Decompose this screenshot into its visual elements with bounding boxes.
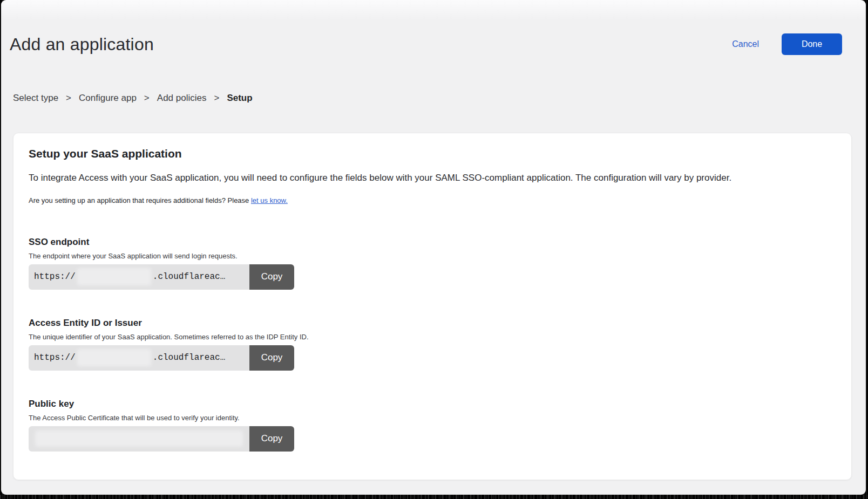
public-key-copy-button[interactable]: Copy <box>249 426 294 452</box>
access-entity-id-value-row: https:// .cloudflareac… Copy <box>29 345 294 371</box>
field-section-access-entity-id: Access Entity ID or Issuer The unique id… <box>29 318 836 371</box>
sso-endpoint-value-suffix: .cloudflareac… <box>153 272 225 282</box>
card-title: Setup your SaaS application <box>29 147 836 160</box>
breadcrumb-separator: > <box>214 93 219 104</box>
breadcrumb-separator: > <box>66 93 71 104</box>
redacted-value-blur <box>77 349 151 366</box>
breadcrumb-step-select-type[interactable]: Select type <box>13 93 58 104</box>
sso-endpoint-value-row: https:// .cloudflareac… Copy <box>29 264 294 290</box>
access-entity-id-copy-button[interactable]: Copy <box>249 345 294 371</box>
public-key-description: The Access Public Certificate that will … <box>29 414 836 422</box>
field-section-public-key: Public key The Access Public Certificate… <box>29 399 836 452</box>
page-title: Add an application <box>10 35 154 54</box>
cancel-button[interactable]: Cancel <box>732 39 759 49</box>
access-entity-id-value-prefix: https:// <box>34 353 76 363</box>
access-entity-id-value-suffix: .cloudflareac… <box>153 353 225 363</box>
done-button[interactable]: Done <box>782 33 842 55</box>
sso-endpoint-copy-button[interactable]: Copy <box>249 264 294 290</box>
card-intro-text: To integrate Access with your SaaS appli… <box>29 172 836 184</box>
breadcrumb-step-setup-active: Setup <box>227 93 252 104</box>
page-header: Add an application Cancel Done <box>1 0 866 55</box>
breadcrumb-step-add-policies[interactable]: Add policies <box>157 93 207 104</box>
setup-saas-card: Setup your SaaS application To integrate… <box>13 133 852 480</box>
add-application-window: Add an application Cancel Done Select ty… <box>1 0 866 495</box>
access-entity-id-description: The unique identifier of your SaaS appli… <box>29 333 836 341</box>
public-key-value <box>29 426 249 452</box>
breadcrumb-step-configure-app[interactable]: Configure app <box>79 93 137 104</box>
redacted-value-blur <box>77 268 151 285</box>
sso-endpoint-value: https:// .cloudflareac… <box>29 264 249 290</box>
bottom-cutoff-content-strip <box>0 495 868 499</box>
let-us-know-link[interactable]: let us know. <box>251 196 288 204</box>
sso-endpoint-label: SSO endpoint <box>29 237 836 248</box>
breadcrumb: Select type > Configure app > Add polici… <box>13 93 866 104</box>
access-entity-id-label: Access Entity ID or Issuer <box>29 318 836 329</box>
sso-endpoint-value-prefix: https:// <box>34 272 76 282</box>
sso-endpoint-description: The endpoint where your SaaS application… <box>29 252 836 260</box>
header-actions: Cancel Done <box>732 33 842 55</box>
card-note: Are you setting up an application that r… <box>29 196 836 204</box>
card-note-text: Are you setting up an application that r… <box>29 196 249 204</box>
screenshot-root: Add an application Cancel Done Select ty… <box>0 0 868 499</box>
public-key-label: Public key <box>29 399 836 409</box>
breadcrumb-separator: > <box>144 93 150 104</box>
redacted-value-blur <box>35 430 243 447</box>
access-entity-id-value: https:// .cloudflareac… <box>29 345 249 371</box>
field-section-sso-endpoint: SSO endpoint The endpoint where your Saa… <box>29 237 836 290</box>
public-key-value-row: Copy <box>29 426 294 452</box>
